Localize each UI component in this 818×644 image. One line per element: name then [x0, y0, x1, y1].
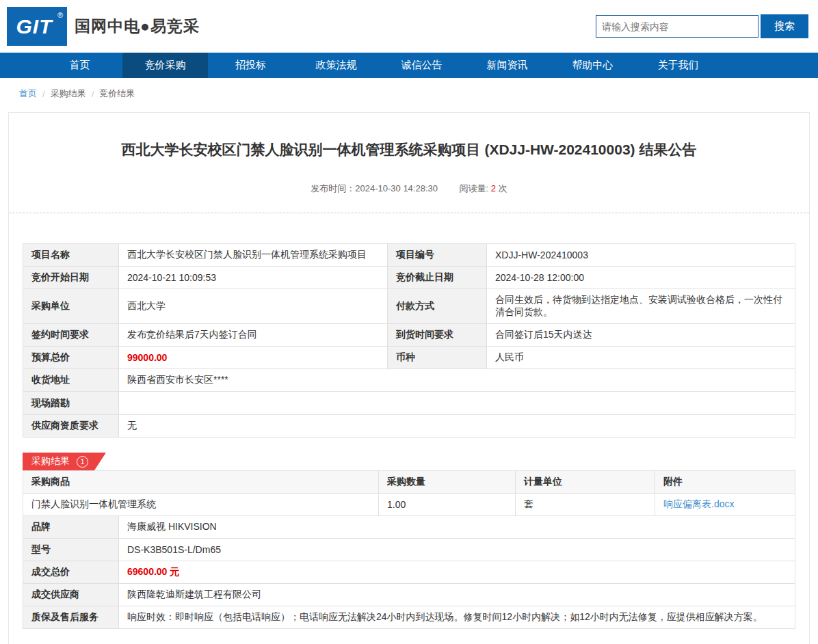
table-row: 成交供应商 陕西隆乾迪斯建筑工程有限公司	[23, 584, 795, 606]
nav-item-home[interactable]: 首页	[37, 53, 122, 78]
table-row: 项目名称 西北大学长安校区门禁人脸识别一体机管理系统采购项目 项目编号 XDJJ…	[23, 244, 795, 267]
breadcrumb-procurement-results[interactable]: 采购结果	[51, 88, 86, 100]
deal-total-price: 69600.00 元	[119, 561, 795, 584]
winning-supplier: 陕西隆乾迪斯建筑工程有限公司	[119, 584, 795, 606]
page-title: 西北大学长安校区门禁人脸识别一体机管理系统采购项目 (XDJJ-HW-20241…	[9, 140, 809, 159]
field-value: 无	[119, 415, 795, 438]
field-label: 供应商资质要求	[23, 415, 119, 438]
breadcrumb-separator: /	[42, 89, 45, 99]
nav-item-policies[interactable]: 政策法规	[293, 53, 379, 78]
goods-quantity: 1.00	[379, 494, 516, 516]
warranty-service: 响应时效：即时响应（包括电话响应）；电话响应无法解决24小时内到达现场。修复时间…	[119, 606, 795, 629]
breadcrumb-home[interactable]: 首页	[19, 88, 37, 100]
nav-item-integrity-notices[interactable]: 诚信公告	[379, 53, 464, 78]
brand-value: 海康威视 HIKVISION	[119, 516, 795, 539]
search-button[interactable]: 搜索	[761, 14, 808, 38]
nav-item-help-center[interactable]: 帮助中心	[550, 53, 635, 78]
table-row: 型号 DS-K3B501S-L/Dm65	[23, 539, 795, 561]
goods-unit: 套	[516, 494, 655, 516]
column-header: 计量单位	[516, 471, 655, 494]
project-info-table: 项目名称 西北大学长安校区门禁人脸识别一体机管理系统采购项目 项目编号 XDJJ…	[23, 243, 795, 438]
field-label: 币种	[388, 347, 487, 369]
budget-total-price: 99000.00	[119, 347, 388, 369]
attachment-link[interactable]: 响应偏离表.docx	[663, 498, 734, 509]
field-value: 发布竞价结果后7天内签订合同	[119, 324, 388, 347]
field-label: 竞价截止日期	[388, 267, 487, 289]
logo-wrap: GIT ® 国网中电●易竞采	[7, 7, 200, 46]
field-value: 西北大学	[119, 289, 388, 324]
result-count-badge: 1	[77, 456, 88, 468]
site-name: 国网中电●易竞采	[75, 16, 200, 37]
column-header: 附件	[655, 471, 795, 494]
field-value: 人民币	[487, 347, 795, 369]
table-row: 采购单位 西北大学 付款方式 合同生效后，待货物到达指定地点、安装调试验收合格后…	[23, 289, 795, 324]
search-box: 搜索	[596, 14, 808, 38]
breadcrumb-separator: /	[92, 89, 94, 99]
site-header: GIT ® 国网中电●易竞采 搜索	[0, 0, 818, 53]
field-label: 成交供应商	[23, 584, 119, 606]
field-label: 签约时间要求	[23, 324, 119, 347]
field-value: 合同生效后，待货物到达指定地点、安装调试验收合格后，一次性付清合同货款。	[487, 289, 795, 324]
nav-item-about-us[interactable]: 关于我们	[635, 53, 721, 78]
field-value: 合同签订后15天内送达	[487, 324, 795, 347]
field-value: 陕西省西安市长安区****	[119, 369, 795, 392]
field-label: 预算总价	[23, 347, 119, 369]
nav-item-tenders[interactable]: 招投标	[208, 53, 293, 78]
dashed-divider	[9, 213, 809, 213]
field-label: 项目编号	[388, 244, 487, 267]
registered-mark-icon: ®	[57, 11, 63, 19]
goods-name: 门禁人脸识别一体机管理系统	[23, 494, 379, 516]
field-value: 2024-10-28 12:00:00	[487, 267, 795, 289]
procurement-result-table: 采购商品 采购数量 计量单位 附件 门禁人脸识别一体机管理系统 1.00 套 响…	[23, 470, 795, 629]
field-label: 付款方式	[388, 289, 487, 324]
nav-item-news[interactable]: 新闻资讯	[464, 53, 550, 78]
announcement-card: 西北大学长安校区门禁人脸识别一体机管理系统采购项目 (XDJJ-HW-20241…	[8, 112, 810, 644]
field-value: XDJJ-HW-202410003	[487, 244, 795, 267]
column-header: 采购商品	[23, 471, 379, 494]
field-label: 质保及售后服务	[23, 606, 119, 629]
logo[interactable]: GIT ®	[7, 7, 67, 46]
field-label: 品牌	[23, 516, 119, 539]
result-ribbon-label: 采购结果	[31, 455, 70, 468]
field-label: 现场踏勘	[23, 392, 119, 415]
field-label: 到货时间要求	[388, 324, 487, 347]
breadcrumb-bidding-results: 竞价结果	[99, 88, 135, 100]
field-label: 成交总价	[23, 561, 119, 584]
main-nav: 首页 竞价采购 招投标 政策法规 诚信公告 新闻资讯 帮助中心 关于我们	[0, 53, 818, 78]
table-row: 收货地址 陕西省西安市长安区****	[23, 369, 795, 392]
field-value: 西北大学长安校区门禁人脸识别一体机管理系统采购项目	[119, 244, 388, 267]
table-row: 签约时间要求 发布竞价结果后7天内签订合同 到货时间要求 合同签订后15天内送达	[23, 324, 795, 347]
field-label: 型号	[23, 539, 119, 561]
search-input[interactable]	[596, 15, 758, 38]
nav-item-bidding-procurement[interactable]: 竞价采购	[122, 53, 208, 78]
table-header-row: 采购商品 采购数量 计量单位 附件	[23, 471, 795, 494]
field-label: 项目名称	[23, 244, 119, 267]
logo-text: GIT	[16, 15, 58, 38]
result-section-header: 采购结果 1	[23, 453, 795, 470]
article-meta: 发布时间：2024-10-30 14:28:30 阅读量: 2 次	[9, 183, 809, 195]
table-row: 现场踏勘	[23, 392, 795, 415]
field-value: 2024-10-21 10:09:53	[119, 267, 388, 289]
field-label: 收货地址	[23, 369, 119, 392]
result-ribbon-badge: 采购结果 1	[23, 453, 106, 470]
table-row: 竞价开始日期 2024-10-21 10:09:53 竞价截止日期 2024-1…	[23, 267, 795, 289]
breadcrumb: 首页 / 采购结果 / 竞价结果	[0, 78, 818, 107]
table-row: 门禁人脸识别一体机管理系统 1.00 套 响应偏离表.docx	[23, 494, 795, 516]
table-row: 成交总价 69600.00 元	[23, 561, 795, 584]
table-row: 质保及售后服务 响应时效：即时响应（包括电话响应）；电话响应无法解决24小时内到…	[23, 606, 795, 629]
table-row: 品牌 海康威视 HIKVISION	[23, 516, 795, 539]
table-row: 供应商资质要求 无	[23, 415, 795, 438]
field-label: 竞价开始日期	[23, 267, 119, 289]
view-count: 阅读量: 2 次	[460, 183, 507, 193]
field-value	[119, 392, 795, 415]
table-row: 预算总价 99000.00 币种 人民币	[23, 347, 795, 369]
field-label: 采购单位	[23, 289, 119, 324]
column-header: 采购数量	[379, 471, 516, 494]
publish-time: 发布时间：2024-10-30 14:28:30	[311, 183, 438, 193]
model-value: DS-K3B501S-L/Dm65	[119, 539, 795, 561]
